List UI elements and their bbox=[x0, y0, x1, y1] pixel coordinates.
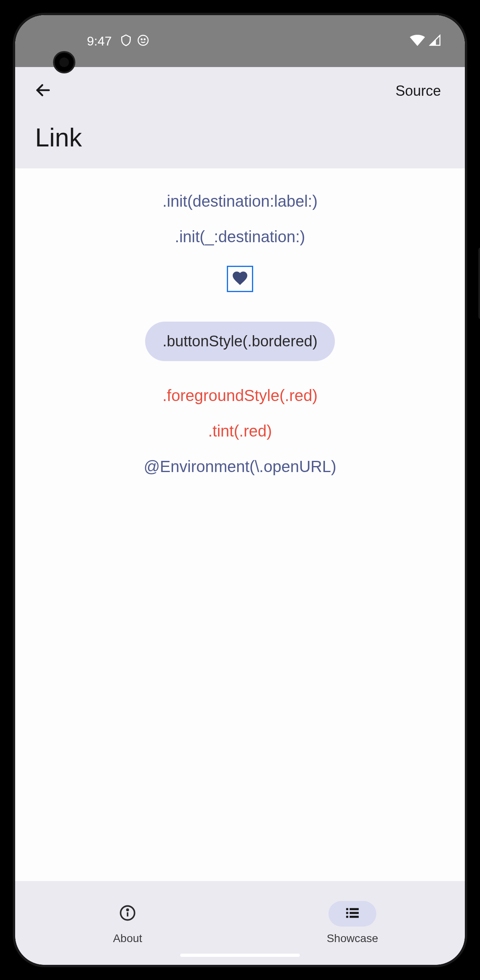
bordered-button-link[interactable]: .buttonStyle(.bordered) bbox=[145, 322, 335, 361]
heart-icon bbox=[231, 269, 249, 288]
info-icon bbox=[119, 905, 136, 923]
content: .init(destination:label:) .init(_:destin… bbox=[15, 168, 465, 881]
link-environment-openurl[interactable]: @Environment(\.openURL) bbox=[144, 458, 336, 476]
face-icon bbox=[137, 34, 149, 48]
front-camera bbox=[53, 51, 75, 73]
svg-rect-10 bbox=[350, 912, 359, 914]
link-init-destination[interactable]: .init(_:destination:) bbox=[175, 228, 305, 246]
status-bar: 9:47 bbox=[15, 15, 465, 67]
source-button[interactable]: Source bbox=[395, 83, 449, 99]
svg-rect-9 bbox=[346, 912, 348, 914]
svg-rect-11 bbox=[346, 916, 348, 918]
back-button[interactable] bbox=[31, 79, 55, 103]
nav-about[interactable]: About bbox=[15, 881, 240, 965]
back-arrow-icon bbox=[34, 81, 52, 101]
status-time: 9:47 bbox=[87, 34, 112, 49]
screen: 9:47 bbox=[15, 15, 465, 965]
header-top: Source bbox=[31, 79, 449, 103]
home-indicator[interactable] bbox=[180, 954, 300, 957]
heart-link[interactable] bbox=[227, 266, 253, 292]
app-header: Source Link bbox=[15, 67, 465, 168]
shield-icon bbox=[120, 34, 132, 48]
device-side-button bbox=[478, 247, 480, 319]
link-tint-red[interactable]: .tint(.red) bbox=[208, 422, 272, 440]
svg-rect-7 bbox=[346, 908, 348, 910]
bottom-nav: About bbox=[15, 881, 465, 965]
signal-icon bbox=[429, 34, 441, 48]
wifi-icon bbox=[410, 34, 425, 48]
svg-point-6 bbox=[127, 909, 128, 911]
link-init-destination-label[interactable]: .init(destination:label:) bbox=[162, 192, 317, 210]
nav-showcase[interactable]: Showcase bbox=[240, 881, 465, 965]
nav-showcase-icon-wrapper bbox=[329, 901, 376, 927]
nav-about-icon-wrapper bbox=[104, 901, 151, 927]
svg-rect-12 bbox=[350, 916, 359, 918]
status-right bbox=[410, 34, 441, 48]
device-inner: 9:47 bbox=[13, 13, 467, 967]
device-frame: 9:47 bbox=[0, 0, 480, 980]
svg-point-2 bbox=[144, 39, 146, 40]
nav-showcase-label: Showcase bbox=[327, 932, 378, 945]
svg-point-0 bbox=[138, 36, 148, 45]
list-icon bbox=[344, 905, 361, 923]
link-foreground-red[interactable]: .foregroundStyle(.red) bbox=[162, 387, 317, 405]
svg-point-1 bbox=[141, 39, 142, 40]
page-title: Link bbox=[31, 123, 449, 152]
status-icons-left bbox=[120, 34, 149, 48]
svg-rect-8 bbox=[350, 908, 359, 910]
status-left: 9:47 bbox=[87, 34, 149, 49]
nav-about-label: About bbox=[113, 932, 142, 945]
